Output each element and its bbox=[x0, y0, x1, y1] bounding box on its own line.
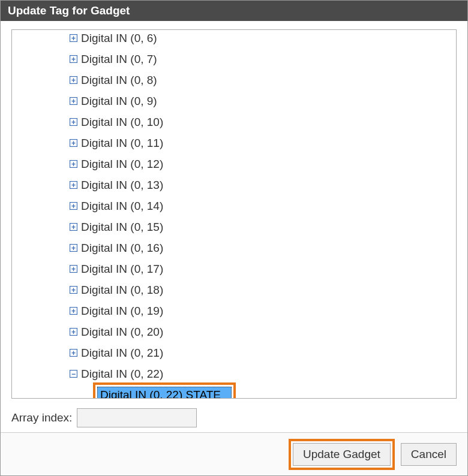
tree-node-label: Digital IN (0, 6) bbox=[81, 32, 157, 45]
expand-icon[interactable]: + bbox=[70, 349, 77, 357]
array-index-row: Array index: bbox=[11, 408, 457, 427]
tree-node[interactable]: +Digital IN (0, 6) bbox=[12, 29, 456, 49]
tag-tree[interactable]: +Digital IN (0, 6)+Digital IN (0, 7)+Dig… bbox=[11, 29, 457, 399]
tree-node[interactable]: +Digital IN (0, 7) bbox=[12, 49, 456, 70]
tree-node[interactable]: +Digital IN (0, 16) bbox=[12, 237, 456, 258]
expand-icon[interactable]: + bbox=[70, 34, 77, 42]
highlight-selected-tag: Digital IN (0, 22) STATE bbox=[93, 382, 236, 399]
tree-node[interactable]: +Digital IN (0, 14) bbox=[12, 195, 456, 216]
tree-node-label: Digital IN (0, 9) bbox=[81, 95, 157, 108]
tree-child-row: Digital IN (0, 22) STATE bbox=[12, 384, 456, 399]
cancel-button[interactable]: Cancel bbox=[401, 443, 457, 466]
tree-node[interactable]: +Digital IN (0, 15) bbox=[12, 216, 456, 237]
dialog-footer: Update Gadget Cancel bbox=[1, 432, 467, 475]
expand-icon[interactable]: + bbox=[70, 328, 77, 336]
array-index-label: Array index: bbox=[11, 411, 72, 424]
dialog-title: Update Tag for Gadget bbox=[8, 4, 130, 17]
tree-node-label: Digital IN (0, 22) bbox=[81, 367, 163, 381]
tree-node[interactable]: −Digital IN (0, 22) bbox=[12, 363, 456, 384]
expand-icon[interactable]: + bbox=[70, 97, 77, 105]
tree-node[interactable]: +Digital IN (0, 8) bbox=[12, 70, 456, 91]
tree-node[interactable]: +Digital IN (0, 20) bbox=[12, 321, 456, 342]
expand-icon[interactable]: + bbox=[70, 181, 77, 189]
tree-node[interactable]: +Digital IN (0, 11) bbox=[12, 132, 456, 153]
tree-node-label: Digital IN (0, 17) bbox=[81, 263, 163, 276]
expand-icon[interactable]: + bbox=[70, 202, 77, 210]
tree-node[interactable]: +Digital IN (0, 18) bbox=[12, 279, 456, 300]
expand-icon[interactable]: + bbox=[70, 307, 77, 315]
tree-node-label: Digital IN (0, 14) bbox=[81, 200, 163, 213]
tree-node[interactable]: +Digital IN (0, 21) bbox=[12, 342, 456, 363]
tree-node[interactable]: +Digital IN (0, 13) bbox=[12, 174, 456, 195]
tree-node-label: Digital IN (0, 12) bbox=[81, 158, 163, 171]
tree-node-label: Digital IN (0, 13) bbox=[81, 179, 163, 192]
expand-icon[interactable]: + bbox=[70, 244, 77, 252]
tree-node-label: Digital IN (0, 7) bbox=[81, 53, 157, 66]
expand-icon[interactable]: + bbox=[70, 223, 77, 231]
dialog-titlebar: Update Tag for Gadget bbox=[1, 1, 467, 21]
dialog-content: +Digital IN (0, 6)+Digital IN (0, 7)+Dig… bbox=[1, 21, 467, 432]
tree-node-label: Digital IN (0, 21) bbox=[81, 347, 163, 360]
tree-child-label[interactable]: Digital IN (0, 22) STATE bbox=[97, 387, 232, 399]
expand-icon[interactable]: + bbox=[70, 118, 77, 126]
tree-node-label: Digital IN (0, 19) bbox=[81, 305, 163, 318]
collapse-icon[interactable]: − bbox=[70, 370, 77, 378]
tree-node[interactable]: +Digital IN (0, 17) bbox=[12, 258, 456, 279]
tree-node-label: Digital IN (0, 20) bbox=[81, 326, 163, 339]
tree-node[interactable]: +Digital IN (0, 12) bbox=[12, 153, 456, 174]
highlight-update-button: Update Gadget bbox=[289, 439, 395, 470]
tree-node-label: Digital IN (0, 8) bbox=[81, 74, 157, 87]
tree-node-label: Digital IN (0, 10) bbox=[81, 116, 163, 129]
expand-icon[interactable]: + bbox=[70, 55, 77, 63]
expand-icon[interactable]: + bbox=[70, 76, 77, 84]
array-index-input[interactable] bbox=[77, 408, 197, 427]
expand-icon[interactable]: + bbox=[70, 265, 77, 273]
tree-node-label: Digital IN (0, 15) bbox=[81, 221, 163, 234]
tree-node[interactable]: +Digital IN (0, 19) bbox=[12, 300, 456, 321]
tree-node[interactable]: +Digital IN (0, 10) bbox=[12, 112, 456, 132]
tree-node-label: Digital IN (0, 11) bbox=[81, 137, 163, 150]
expand-icon[interactable]: + bbox=[70, 139, 77, 147]
tree-node[interactable]: +Digital IN (0, 9) bbox=[12, 91, 456, 112]
expand-icon[interactable]: + bbox=[70, 286, 77, 294]
update-gadget-button[interactable]: Update Gadget bbox=[293, 443, 391, 466]
tree-node-label: Digital IN (0, 18) bbox=[81, 284, 163, 297]
expand-icon[interactable]: + bbox=[70, 160, 77, 168]
tree-node-label: Digital IN (0, 16) bbox=[81, 242, 163, 255]
